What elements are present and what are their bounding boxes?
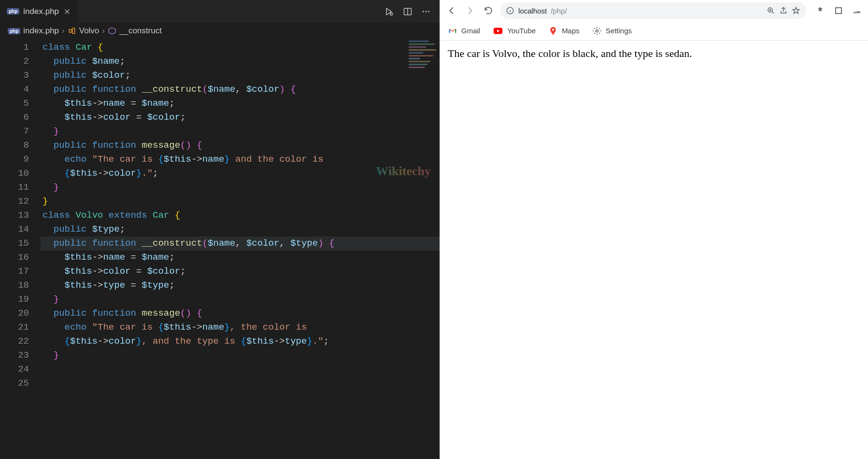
code-line[interactable]: $this->name = $name;	[41, 97, 440, 111]
url-host: localhost	[518, 7, 547, 15]
method-icon	[108, 27, 116, 35]
code-line[interactable]: echo "The car is {$this->name}, the colo…	[41, 320, 440, 334]
share-icon[interactable]	[779, 6, 788, 15]
back-button[interactable]	[445, 4, 458, 17]
page-text: The car is Volvo, the color is black, an…	[448, 47, 692, 59]
bookmark-label: Maps	[562, 27, 580, 35]
watermark: Wikitechy	[376, 164, 431, 179]
code-line[interactable]: $this->color = $color;	[41, 111, 440, 125]
breadcrumb-class[interactable]: Volvo	[79, 26, 100, 36]
url-path: /php/	[551, 7, 567, 15]
youtube-icon	[493, 26, 503, 36]
reload-button[interactable]	[482, 4, 495, 17]
code-line[interactable]: }	[41, 181, 440, 195]
code-editor[interactable]: 1234567891011121314151617181920212223242…	[0, 39, 440, 459]
class-icon	[68, 27, 76, 35]
extensions-icon[interactable]	[814, 4, 826, 17]
bookmark-gmail[interactable]: Gmail	[448, 26, 480, 36]
address-bar[interactable]: localhost/php/	[500, 2, 806, 19]
code-line[interactable]: $this->name = $name;	[41, 250, 440, 264]
bookmark-label: YouTube	[507, 27, 536, 35]
code-line[interactable]: public function __construct($name, $colo…	[41, 236, 440, 250]
profile-icon[interactable]: ▂▃	[851, 4, 863, 17]
code-line[interactable]: public $type;	[41, 223, 440, 236]
code-line[interactable]: class Car {	[41, 41, 440, 55]
browser-toolbar: localhost/php/ ▂▃	[440, 0, 868, 21]
breadcrumb-method[interactable]: __construct	[119, 26, 162, 36]
run-debug-icon[interactable]	[384, 7, 394, 16]
code-line[interactable]: }	[41, 125, 440, 139]
bookmark-settings[interactable]: Settings	[592, 26, 632, 36]
tab-filename: index.php	[23, 7, 59, 16]
gmail-icon	[448, 26, 457, 36]
info-icon[interactable]	[506, 6, 514, 15]
code-line[interactable]: }	[41, 292, 440, 306]
svg-point-0	[390, 13, 393, 15]
editor-tab[interactable]: php index.php	[0, 0, 79, 23]
page-content: The car is Volvo, the color is black, an…	[440, 41, 868, 459]
zoom-icon[interactable]	[767, 6, 775, 15]
forward-button[interactable]	[463, 4, 477, 17]
maps-icon	[548, 26, 558, 36]
svg-point-10	[596, 29, 598, 32]
more-icon[interactable]	[421, 7, 431, 16]
panel-icon[interactable]	[832, 4, 845, 17]
svg-rect-7	[836, 8, 841, 14]
code-line[interactable]: $this->type = $type;	[41, 278, 440, 292]
code-line[interactable]: $this->color = $color;	[41, 264, 440, 278]
code-line[interactable]: class Volvo extends Car {	[41, 209, 440, 223]
code-line[interactable]: class Car { public $name; public $color;…	[39, 41, 440, 362]
svg-point-4	[428, 11, 429, 12]
vscode-editor: php index.php php index.php › Volvo ›	[0, 0, 440, 459]
breadcrumb-file[interactable]: index.php	[23, 26, 59, 36]
code-line[interactable]: public $name;	[41, 55, 440, 69]
bookmark-label: Settings	[606, 27, 632, 35]
breadcrumbs[interactable]: php index.php › Volvo › __construct	[0, 23, 440, 39]
svg-point-3	[426, 11, 427, 12]
code-line[interactable]: public $color;	[41, 69, 440, 83]
close-icon[interactable]	[63, 7, 71, 16]
svg-point-2	[423, 11, 424, 12]
tab-actions	[384, 7, 440, 16]
chevron-right-icon: ›	[62, 26, 65, 36]
bookmark-youtube[interactable]: YouTube	[493, 26, 536, 36]
svg-point-9	[552, 28, 554, 30]
code-line[interactable]: }	[41, 195, 440, 209]
code-line[interactable]: }	[41, 348, 440, 362]
code-content[interactable]: class Car { public $name; public $color;…	[39, 39, 440, 459]
chevron-right-icon: ›	[102, 26, 105, 36]
tab-bar: php index.php	[0, 0, 440, 23]
bookmark-maps[interactable]: Maps	[548, 26, 580, 36]
toolbar-right: ▂▃	[811, 4, 863, 17]
code-line[interactable]: {$this->color}, and the type is {$this->…	[41, 334, 440, 348]
gear-icon	[592, 26, 602, 36]
code-line[interactable]: public function message() {	[41, 139, 440, 153]
bookmarks-bar: Gmail YouTube Maps Settings	[440, 21, 868, 41]
bookmark-label: Gmail	[461, 27, 480, 35]
split-editor-icon[interactable]	[403, 7, 413, 16]
line-gutter: 1234567891011121314151617181920212223242…	[0, 39, 39, 459]
code-line[interactable]: public function message() {	[41, 306, 440, 320]
code-line[interactable]: public function __construct($name, $colo…	[41, 83, 440, 97]
star-icon[interactable]	[792, 6, 800, 15]
php-icon: php	[8, 28, 20, 34]
browser-window: localhost/php/ ▂▃	[440, 0, 868, 459]
php-icon: php	[7, 8, 19, 14]
